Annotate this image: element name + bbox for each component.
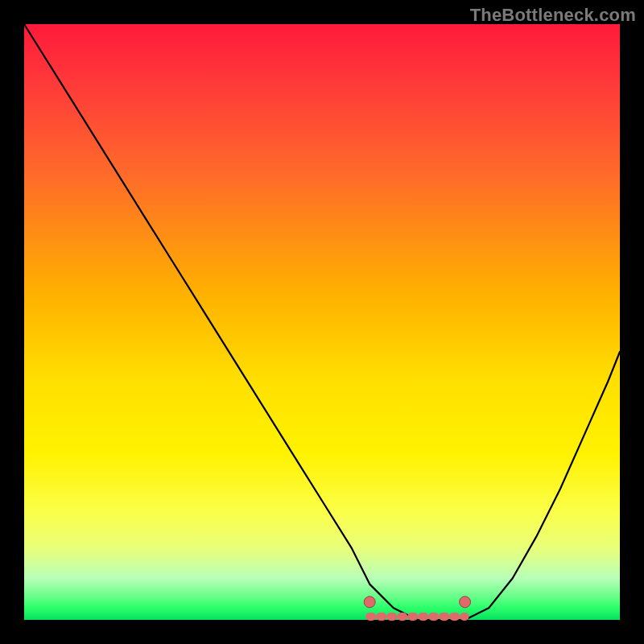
watermark-text: TheBottleneck.com [470,5,636,26]
curve-svg [24,24,620,620]
marker-dot-right [460,597,471,608]
marker-dot-left [364,597,375,608]
chart-frame: TheBottleneck.com [0,0,644,644]
plot-area [24,24,620,620]
bottleneck-curve [24,24,620,620]
